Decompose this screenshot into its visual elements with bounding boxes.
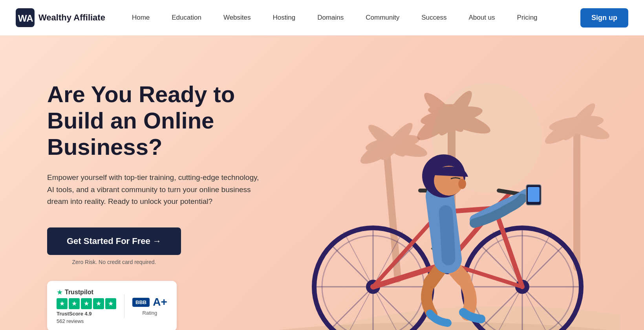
bbb-section: BBB A+ Rating [132, 296, 167, 316]
nav-links: Home Education Websites Hosting Domains … [121, 0, 580, 35]
hero-content: Are You Ready to Build an Online Busines… [47, 81, 283, 330]
star-2: ★ [69, 298, 80, 309]
logo-text: Wealthy Affiliate [38, 13, 105, 23]
hero-title: Are You Ready to Build an Online Busines… [47, 81, 283, 160]
nav-websites[interactable]: Websites [212, 0, 262, 35]
cta-block: Get Started For Free → Zero Risk. No cre… [47, 227, 181, 265]
svg-point-58 [458, 179, 466, 189]
nav-success[interactable]: Success [410, 0, 457, 35]
svg-text:WA: WA [18, 13, 33, 24]
nav-hosting[interactable]: Hosting [262, 0, 307, 35]
get-started-button[interactable]: Get Started For Free → [47, 227, 181, 255]
trustpilot-section: ★ Trustpilot ★ ★ ★ ★ ★ TrustScore 4.9 56… [57, 288, 116, 324]
nav-education[interactable]: Education [161, 0, 212, 35]
stars-row: ★ ★ ★ ★ ★ [57, 298, 116, 309]
svg-point-14 [428, 104, 471, 116]
wa-logo-icon: WA [16, 8, 35, 27]
star-3: ★ [81, 298, 92, 309]
cta-row: Get Started For Free → Zero Risk. No cre… [47, 227, 283, 330]
nav-domains[interactable]: Domains [306, 0, 355, 35]
star-4: ★ [93, 298, 104, 309]
bbb-badge: BBB A+ [132, 296, 167, 308]
bbb-rating: A+ [153, 296, 167, 308]
logo-link[interactable]: WA Wealthy Affiliate [16, 8, 105, 27]
hero-subtitle: Empower yourself with top-tier training,… [47, 172, 267, 207]
star-1: ★ [57, 298, 68, 309]
reviews-count: 562 reviews [57, 318, 116, 324]
trustpilot-star-icon: ★ [57, 288, 63, 297]
svg-rect-55 [528, 187, 540, 202]
trust-score: TrustScore 4.9 [57, 311, 116, 317]
bbb-logo: BBB [132, 298, 150, 307]
hero-section: Are You Ready to Build an Online Busines… [0, 35, 644, 330]
trustpilot-header: ★ Trustpilot [57, 288, 116, 297]
trustpilot-name: Trustpilot [65, 289, 93, 296]
star-5: ★ [105, 298, 116, 309]
badge-divider [124, 294, 124, 318]
nav-community[interactable]: Community [355, 0, 410, 35]
hero-illustration [283, 59, 613, 330]
trustpilot-logo: ★ Trustpilot [57, 288, 93, 297]
nav-home[interactable]: Home [121, 0, 161, 35]
svg-rect-15 [573, 130, 580, 271]
no-risk-text: Zero Risk. No credit card required. [72, 259, 156, 265]
nav-pricing[interactable]: Pricing [506, 0, 549, 35]
trust-badge: ★ Trustpilot ★ ★ ★ ★ ★ TrustScore 4.9 56… [47, 281, 177, 330]
svg-line-45 [495, 208, 522, 287]
nav-about[interactable]: About us [457, 0, 506, 35]
cyclist-illustration [267, 79, 620, 330]
bbb-label: Rating [143, 310, 157, 316]
navbar: WA Wealthy Affiliate Home Education Webs… [0, 0, 644, 35]
signup-button[interactable]: Sign up [580, 8, 628, 28]
